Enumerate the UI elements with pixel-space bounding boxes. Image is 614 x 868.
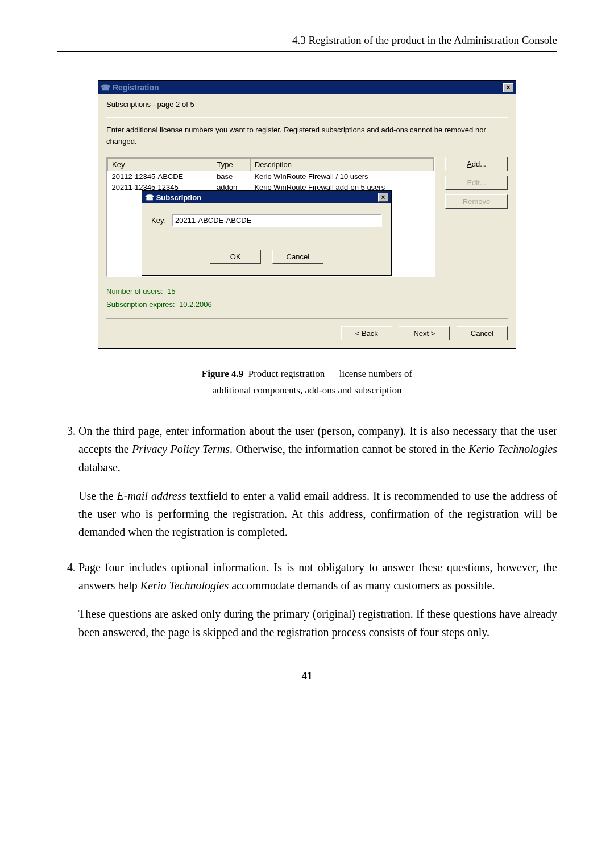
col-description[interactable]: Description — [250, 159, 433, 171]
instruction-text: Enter additional license numbers you wan… — [106, 124, 508, 147]
cancel-button[interactable]: Cancel — [457, 326, 508, 340]
page-header: 4.3 Registration of the product in the A… — [57, 34, 557, 52]
table-row[interactable]: 20112-12345-ABCDE base Kerio WinRoute Fi… — [108, 171, 434, 182]
page-number: 41 — [57, 670, 557, 682]
back-button[interactable]: < Back — [341, 326, 392, 340]
license-table[interactable]: Key Type Description 20112-12345-ABCDE b… — [106, 157, 435, 277]
col-type[interactable]: Type — [213, 159, 250, 171]
add-button[interactable]: AAdd...dd... — [445, 157, 508, 171]
registration-dialog: ☎ Registration × Subscriptions - page 2 … — [98, 80, 516, 349]
wizard-step-label: Subscriptions - page 2 of 5 — [106, 100, 508, 109]
dialog-title: ☎ Registration — [101, 83, 159, 92]
close-icon[interactable]: × — [378, 193, 388, 202]
edit-button: Edit... — [445, 176, 508, 190]
key-label: Key: — [151, 216, 166, 225]
subscription-titlebar: ☎ Subscription × — [142, 191, 391, 203]
users-count: Number of users: 15 — [106, 285, 508, 298]
subscription-title: ☎ Subscription — [145, 193, 201, 202]
divider — [106, 318, 508, 319]
divider — [106, 117, 508, 118]
subscription-dialog: ☎ Subscription × Key: OK Cance — [142, 190, 392, 276]
remove-button: Remove — [445, 194, 508, 209]
ok-button[interactable]: OK — [210, 250, 261, 264]
subscription-expires: Subscription expires: 10.2.2006 — [106, 298, 508, 311]
list-item: On the third page, enter information abo… — [78, 422, 557, 541]
next-button[interactable]: Next > — [399, 326, 450, 340]
key-input[interactable] — [172, 214, 382, 227]
close-icon[interactable]: × — [503, 83, 513, 92]
dialog-titlebar: ☎ Registration × — [98, 81, 516, 94]
col-key[interactable]: Key — [108, 159, 213, 171]
figure-caption: Figure 4.9 Product registration — licens… — [57, 366, 557, 399]
list-item: Page four includes optional information.… — [78, 558, 557, 641]
cancel-button[interactable]: Cancel — [272, 250, 323, 264]
